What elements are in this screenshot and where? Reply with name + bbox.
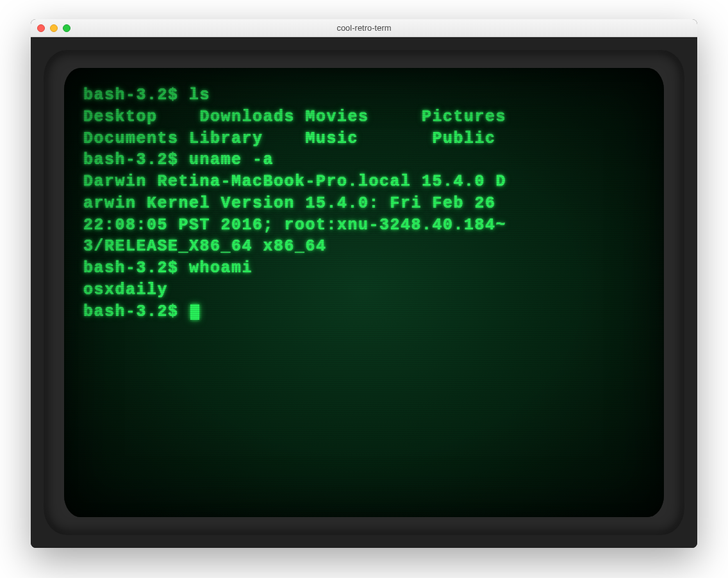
terminal-line: bash-3.2$ ls (83, 85, 645, 106)
crt-screen[interactable]: bash-3.2$ lsDesktop Downloads Movies Pic… (64, 68, 664, 517)
terminal-line: Documents Library Music Public (83, 128, 645, 150)
terminal-content[interactable]: bash-3.2$ lsDesktop Downloads Movies Pic… (64, 68, 664, 339)
terminal-line: 3/RELEASE_X86_64 x86_64 (83, 236, 645, 258)
app-window: cool-retro-term bash-3.2$ lsDesktop Down… (31, 19, 697, 548)
terminal-line: Desktop Downloads Movies Pictures (83, 106, 645, 128)
terminal-line: Darwin Retina-MacBook-Pro.local 15.4.0 D (83, 171, 645, 193)
terminal-line: osxdaily (83, 279, 645, 301)
traffic-lights (37, 24, 70, 32)
window-title: cool-retro-term (336, 23, 391, 33)
close-icon[interactable] (37, 24, 45, 32)
terminal-line: 22:08:05 PST 2016; root:xnu-3248.40.184~ (83, 215, 645, 236)
minimize-icon[interactable] (50, 24, 58, 32)
crt-bezel: bash-3.2$ lsDesktop Downloads Movies Pic… (44, 50, 684, 535)
terminal-line: bash-3.2$ whoami (83, 258, 645, 279)
terminal-prompt-line: bash-3.2$ (83, 301, 645, 323)
terminal-prompt: bash-3.2$ (83, 302, 189, 321)
cursor-block-icon (190, 304, 199, 320)
terminal-line: arwin Kernel Version 15.4.0: Fri Feb 26 (83, 193, 645, 215)
titlebar[interactable]: cool-retro-term (31, 19, 697, 37)
terminal-body: bash-3.2$ lsDesktop Downloads Movies Pic… (31, 37, 697, 548)
fullscreen-icon[interactable] (63, 24, 70, 32)
terminal-line: bash-3.2$ uname -a (83, 149, 645, 171)
